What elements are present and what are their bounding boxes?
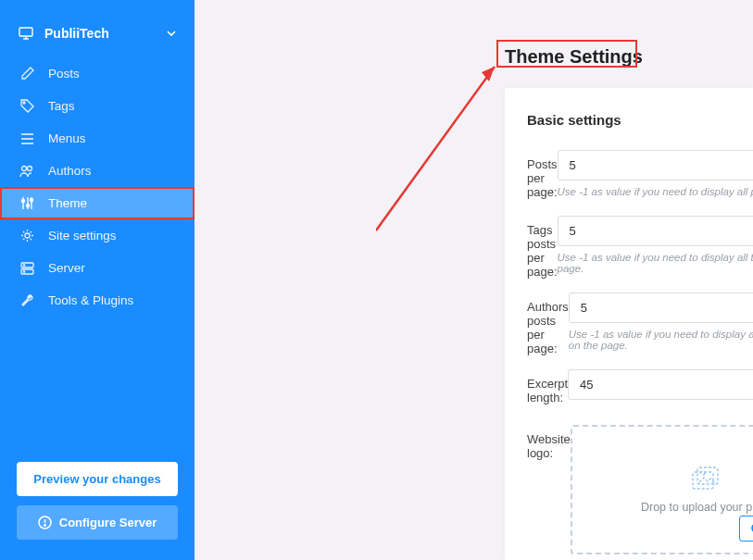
sidebar-nav: Posts Tags Menus Authors bbox=[0, 57, 195, 317]
website-logo-label: Website logo: bbox=[527, 425, 571, 460]
gear-icon bbox=[19, 229, 35, 243]
posts-per-page-hint: Use -1 as value if you need to display a… bbox=[558, 186, 753, 197]
annotation-arrow bbox=[376, 59, 506, 244]
tag-icon bbox=[19, 99, 35, 113]
sidebar-item-label: Menus bbox=[48, 131, 86, 145]
svg-point-18 bbox=[23, 264, 24, 265]
posts-per-page-input[interactable] bbox=[558, 150, 753, 180]
preview-label: Preview your changes bbox=[33, 472, 160, 486]
sidebar-item-tags[interactable]: Tags bbox=[0, 90, 195, 122]
configure-label: Configure Server bbox=[59, 516, 157, 529]
svg-point-14 bbox=[30, 199, 32, 202]
chevron-down-icon bbox=[167, 31, 176, 36]
image-icon bbox=[689, 466, 721, 493]
sidebar-item-label: Site settings bbox=[48, 229, 117, 243]
svg-point-13 bbox=[26, 205, 29, 207]
sidebar-item-label: Theme bbox=[48, 196, 87, 210]
wrench-icon bbox=[19, 293, 35, 307]
menu-icon bbox=[19, 133, 35, 144]
sidebar-item-label: Tools & Plugins bbox=[48, 293, 133, 307]
posts-per-page-label: Posts per page: bbox=[527, 150, 558, 199]
server-icon bbox=[19, 262, 35, 275]
svg-point-19 bbox=[23, 270, 24, 271]
excerpt-length-label: Excerpt length: bbox=[527, 369, 568, 404]
configure-server-button[interactable]: Configure Server bbox=[17, 505, 178, 540]
main-content: Theme Settings Basic settings Posts per … bbox=[195, 0, 753, 560]
svg-marker-27 bbox=[482, 67, 495, 81]
authors-posts-per-page-hint: Use -1 as value if you need to display a… bbox=[569, 329, 753, 351]
sidebar-item-label: Authors bbox=[48, 164, 92, 178]
alert-icon bbox=[38, 516, 52, 529]
logo-drop-zone[interactable]: Drop to upload your phot Choose File bbox=[571, 425, 753, 554]
monitor-icon bbox=[19, 27, 35, 40]
sidebar-item-site-settings[interactable]: Site settings bbox=[0, 219, 195, 252]
svg-point-7 bbox=[22, 166, 27, 170]
sidebar-item-label: Tags bbox=[48, 99, 75, 113]
svg-rect-0 bbox=[19, 28, 32, 36]
sidebar-item-posts[interactable]: Posts bbox=[0, 57, 195, 90]
preview-button[interactable]: Preview your changes bbox=[17, 462, 178, 496]
page-title: Theme Settings bbox=[505, 46, 643, 68]
authors-posts-per-page-input[interactable] bbox=[569, 292, 753, 323]
sidebar-item-tools[interactable]: Tools & Plugins bbox=[0, 284, 195, 317]
tags-posts-per-page-hint: Use -1 as value if you need to display a… bbox=[558, 252, 753, 274]
sidebar-item-theme[interactable]: Theme bbox=[0, 187, 195, 219]
site-switcher[interactable]: PubliiTech bbox=[0, 17, 195, 57]
sidebar-item-menus[interactable]: Menus bbox=[0, 122, 195, 155]
svg-point-3 bbox=[23, 102, 25, 104]
site-name: PubliiTech bbox=[44, 26, 109, 41]
svg-point-8 bbox=[28, 166, 32, 170]
sidebar-item-server[interactable]: Server bbox=[0, 252, 195, 284]
sidebar-item-label: Posts bbox=[48, 67, 80, 81]
users-icon bbox=[19, 165, 35, 178]
sidebar: PubliiTech Posts Tags bbox=[0, 0, 195, 560]
choose-file-button[interactable]: Choose File bbox=[739, 516, 753, 541]
pencil-icon bbox=[19, 67, 35, 81]
sliders-icon bbox=[19, 196, 35, 210]
tags-posts-per-page-label: Tags posts per page: bbox=[527, 216, 558, 279]
svg-point-12 bbox=[21, 200, 24, 203]
authors-posts-per-page-label: Authors posts per page: bbox=[527, 292, 569, 355]
settings-card: Basic settings Posts per page: Use -1 as… bbox=[505, 88, 753, 560]
svg-line-26 bbox=[376, 67, 495, 230]
sidebar-item-label: Server bbox=[48, 261, 85, 275]
sidebar-item-authors[interactable]: Authors bbox=[0, 155, 195, 187]
section-title: Basic settings bbox=[527, 112, 753, 128]
svg-point-22 bbox=[44, 525, 45, 526]
tags-posts-per-page-input[interactable] bbox=[558, 216, 753, 246]
drop-text: Drop to upload your phot bbox=[641, 501, 753, 514]
svg-point-15 bbox=[25, 233, 30, 238]
excerpt-length-input[interactable] bbox=[568, 369, 753, 400]
